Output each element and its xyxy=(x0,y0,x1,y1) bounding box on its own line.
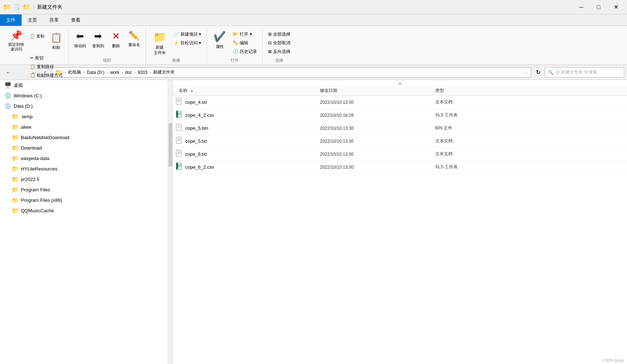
titlebar-separator: | xyxy=(33,4,34,10)
delete-label: 删除 xyxy=(112,43,120,49)
ribbon-group-clipboard: 📌 固定到快 速访问 📋 复制 📋 粘贴 ✂ 剪切 xyxy=(3,27,68,65)
selectall-button[interactable]: ⊞ 全部选择 xyxy=(266,30,293,38)
sidebar-item-datad[interactable]: 💿 Data (D:) xyxy=(0,101,173,111)
tab-home[interactable]: 主页 xyxy=(22,14,43,26)
path-part-1[interactable]: 此电脑 xyxy=(68,69,81,75)
file-name-0: cope_4.txt xyxy=(185,99,207,105)
copy-button[interactable]: 📋 复制 xyxy=(27,30,47,42)
sidebar-item-alww[interactable]: 📁 alww xyxy=(0,122,173,132)
pasteshortcut-label: 粘贴快捷方式 xyxy=(37,72,63,79)
rename-button[interactable]: ✏️ 重命名 xyxy=(125,29,143,54)
file-row-cope62csv[interactable]: cope_6_2.csv 2022/10/10 13:30 XLS 工作表 xyxy=(173,161,627,174)
moveto-button[interactable]: ⬅ 移动到 xyxy=(71,29,89,54)
paste-button[interactable]: 📋 粘贴 xyxy=(48,30,65,53)
new-small-col: 📄 新建项目 ▾ ⚡ 轻松访问 ▾ xyxy=(171,29,204,47)
path-part-2[interactable]: Data (D:) xyxy=(87,70,104,75)
sidebar-item-desktop[interactable]: 🖥️ 桌面 xyxy=(0,80,173,90)
newfolder-button[interactable]: 📁 新建 文件夹 xyxy=(149,29,170,54)
file-row-cope6txt[interactable]: cope_6.txt 2022/10/10 13:30 文本文档 xyxy=(173,148,627,161)
file-row-cope42csv[interactable]: cope_4_2.csv 2022/10/10 16:26 XLS 工作表 xyxy=(173,109,627,122)
easyaccess-icon: ⚡ xyxy=(174,40,179,45)
tab-view[interactable]: 查看 xyxy=(65,14,86,26)
pin-button[interactable]: 📌 固定到快 速访问 xyxy=(6,29,27,54)
newitem-label: 新建项目 ▾ xyxy=(181,31,201,37)
properties-button[interactable]: ✔️ 属性 xyxy=(210,29,230,54)
path-part-5[interactable]: 9203 xyxy=(138,70,147,75)
sidebar-label-temp: .temp xyxy=(21,114,33,119)
select-group-label: 选择 xyxy=(266,56,293,63)
file-name-cell-0: cope_4.txt xyxy=(176,98,320,107)
sidebar-item-programfilesx86[interactable]: 📁 Program Files (x86) xyxy=(0,195,173,205)
col-header-name[interactable]: 名称 ▲ xyxy=(176,88,320,94)
history-button[interactable]: 🕐 历史记录 xyxy=(230,48,259,56)
sidebar-item-download[interactable]: 📁 Download xyxy=(0,143,173,153)
close-button[interactable]: ✕ xyxy=(608,2,624,13)
file-date-5: 2022/10/10 13:30 xyxy=(320,165,435,170)
address-bar: ← → ⌄ ↑ 📁 › 此电脑 › Data (D:) › work › doc… xyxy=(0,65,627,80)
sidebar-item-baidunetdisk[interactable]: 📁 BaiduNetdiskDownload xyxy=(0,132,173,143)
pasteshortcut-button[interactable]: 📋 粘贴快捷方式 xyxy=(27,71,65,79)
search-box[interactable]: 🔍 在 新建文件夹 中搜索 xyxy=(545,67,624,77)
sidebar-item-pr2022[interactable]: 📁 pr2022.5 xyxy=(0,174,173,185)
sidebar-item-easyeda[interactable]: 📁 easyeda-data xyxy=(0,153,173,164)
easyaccess-label: 轻松访问 ▾ xyxy=(181,40,201,46)
sidebar-scrollbar[interactable] xyxy=(168,80,173,364)
sidebar-item-hylite[interactable]: 📁 HYLiteResources xyxy=(0,164,173,174)
file-date-0: 2022/10/10 13:30 xyxy=(320,100,435,105)
copypath-button[interactable]: 📋 复制路径 xyxy=(27,63,65,71)
refresh-button[interactable]: ↻ xyxy=(533,67,543,78)
sidebar-label-programfiles: Program Files xyxy=(21,187,50,192)
path-part-6[interactable]: 新建文件夹 xyxy=(153,69,175,75)
path-part-3[interactable]: work xyxy=(110,70,119,75)
temp-icon: 📁 xyxy=(12,113,19,120)
file-row-cope5bin[interactable]: cope_5.bin 2022/10/10 13:30 BIN 文件 xyxy=(173,122,627,135)
openfile-button[interactable]: 📂 打开 ▾ xyxy=(230,30,259,38)
sidebar-label-programfilesx86: Program Files (x86) xyxy=(21,197,62,203)
col-header-type[interactable]: 类型 xyxy=(435,88,624,94)
sidebar-item-windows[interactable]: 💿 Windows (C:) xyxy=(0,90,173,101)
path-sep-3: › xyxy=(107,70,108,75)
cut-button[interactable]: ✂ 剪切 xyxy=(27,54,65,62)
file-icon-txt-4 xyxy=(176,150,182,159)
path-dropdown-icon[interactable]: ⌄ xyxy=(525,70,528,75)
hylite-icon: 📁 xyxy=(12,165,19,172)
watermark: CSDN @oyjs xyxy=(603,359,624,363)
copypath-label: 复制路径 xyxy=(37,64,54,70)
copyto-button[interactable]: ➡ 复制到 xyxy=(89,29,107,54)
forward-button[interactable]: → xyxy=(15,67,26,78)
pin-icon: 📌 xyxy=(10,31,23,41)
pin-label: 固定到快 速访问 xyxy=(8,42,24,52)
selectnone-button[interactable]: ⊟ 全部取消 xyxy=(266,39,293,47)
address-path[interactable]: 📁 › 此电脑 › Data (D:) › work › doc › 9203 … xyxy=(52,67,531,77)
col-header-date[interactable]: 修改日期 xyxy=(320,88,435,94)
file-type-3: 文本文档 xyxy=(435,138,624,144)
path-sep-6: › xyxy=(150,70,151,75)
properties-icon: ✔️ xyxy=(213,31,226,43)
sidebar: 🖥️ 桌面 💿 Windows (C:) 💿 Data (D:) 📁 .temp… xyxy=(0,80,173,364)
file-name-4: cope_6.txt xyxy=(185,151,207,157)
copy-icon: 📋 xyxy=(30,34,35,39)
tab-share[interactable]: 共享 xyxy=(43,14,65,26)
maximize-button[interactable]: □ xyxy=(590,2,607,13)
tab-file[interactable]: 文件 xyxy=(0,14,22,26)
sidebar-item-qqmusiccache[interactable]: 📁 QQMusicCache xyxy=(0,205,173,216)
path-part-4[interactable]: doc xyxy=(125,70,132,75)
open-small-col: 📂 打开 ▾ ✏️ 编辑 🕐 历史记录 xyxy=(230,29,259,56)
ribbon-group-select: ⊞ 全部选择 ⊟ 全部取消 ⊠ 反向选择 选择 xyxy=(263,27,296,65)
delete-button[interactable]: ✕ 删除 xyxy=(107,29,125,54)
sidebar-item-programfiles[interactable]: 📁 Program Files xyxy=(0,185,173,195)
easyaccess-button[interactable]: ⚡ 轻松访问 ▾ xyxy=(171,39,204,47)
copy-paste-row: 📋 复制 📋 粘贴 xyxy=(27,30,65,53)
file-row-cope5txt[interactable]: cope_5.txt 2022/10/10 13:30 文本文档 xyxy=(173,135,627,148)
edit-button[interactable]: ✏️ 编辑 xyxy=(230,39,259,47)
collapse-arrow-row[interactable]: ▲ xyxy=(173,80,627,86)
minimize-button[interactable]: ─ xyxy=(573,2,590,13)
invertselect-button[interactable]: ⊠ 反向选择 xyxy=(266,48,293,56)
file-row-cope4txt[interactable]: cope_4.txt 2022/10/10 13:30 文本文档 xyxy=(173,96,627,109)
search-placeholder: 在 新建文件夹 中搜索 xyxy=(556,69,597,75)
moveto-icon: ⬅ xyxy=(76,31,84,42)
newitem-button[interactable]: 📄 新建项目 ▾ xyxy=(171,30,204,38)
file-type-2: BIN 文件 xyxy=(435,125,624,131)
moveto-label: 移动到 xyxy=(74,43,86,49)
sidebar-item-temp[interactable]: 📁 .temp xyxy=(0,111,173,122)
